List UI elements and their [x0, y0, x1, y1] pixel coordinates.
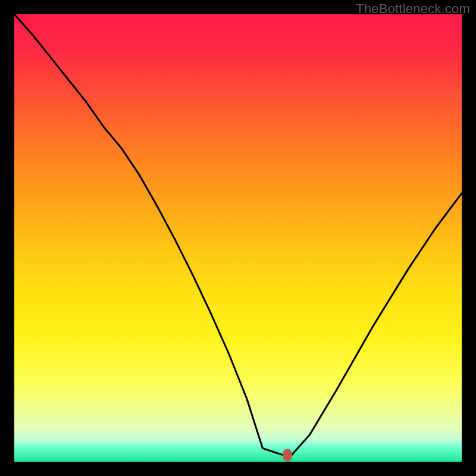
selected-point-marker	[283, 449, 292, 462]
plot-area	[14, 14, 462, 462]
chart-frame: TheBottleneck.com	[0, 0, 476, 476]
curve-svg	[14, 14, 462, 462]
bottleneck-curve	[14, 14, 462, 455]
